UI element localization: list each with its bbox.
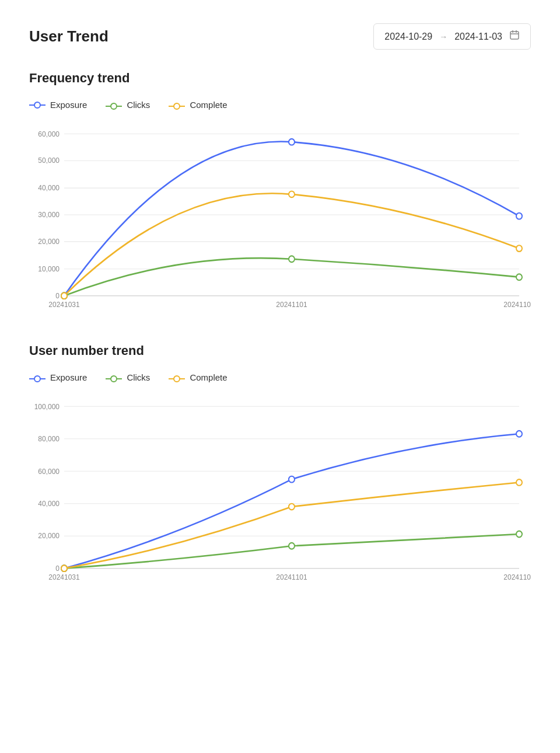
page-title: User Trend	[29, 27, 108, 46]
svg-text:20,000: 20,000	[38, 532, 60, 540]
complete-dot-mid-freq	[289, 191, 295, 197]
frequency-trend-chart: 60,000 50,000 40,000 30,000 20,000 10,00…	[29, 121, 531, 308]
calendar-icon	[509, 30, 520, 43]
user-number-trend-chart: 100,000 80,000 60,000 40,000 20,000 0 20…	[29, 394, 531, 581]
svg-text:20241102: 20241102	[503, 301, 531, 308]
frequency-trend-title: Frequency trend	[29, 71, 531, 86]
svg-text:30,000: 30,000	[38, 211, 60, 219]
user-number-trend-legend: Exposure Clicks Complete	[29, 372, 531, 382]
svg-text:0: 0	[55, 292, 60, 300]
legend-clicks-line-2	[106, 374, 122, 381]
legend-clicks-2: Clicks	[106, 372, 150, 382]
date-end: 2024-11-03	[454, 32, 502, 42]
page-header: User Trend 2024-10-29 → 2024-11-03	[29, 23, 531, 50]
clicks-dot-end-freq	[516, 274, 522, 280]
exposure-line-freq	[64, 142, 519, 296]
legend-clicks: Clicks	[106, 100, 150, 110]
svg-text:20241031: 20241031	[48, 301, 79, 308]
frequency-chart-svg: 60,000 50,000 40,000 30,000 20,000 10,00…	[29, 121, 531, 308]
legend-exposure-2: Exposure	[29, 372, 87, 382]
date-start: 2024-10-29	[384, 32, 432, 42]
legend-clicks-line	[106, 102, 122, 109]
clicks-line-user	[64, 534, 519, 569]
frequency-trend-section: Frequency trend Exposure Clicks Complete	[29, 71, 531, 308]
date-arrow: →	[439, 32, 447, 41]
exposure-dot-mid-user	[289, 476, 295, 483]
legend-complete-2: Complete	[169, 372, 227, 382]
svg-text:40,000: 40,000	[38, 500, 60, 508]
frequency-trend-legend: Exposure Clicks Complete	[29, 100, 531, 110]
legend-exposure-label: Exposure	[50, 100, 87, 110]
complete-dot-end-freq	[516, 245, 522, 252]
legend-clicks-label-2: Clicks	[127, 372, 150, 382]
complete-dot-mid-user	[289, 504, 295, 510]
legend-exposure: Exposure	[29, 100, 87, 110]
legend-exposure-line-2	[29, 374, 46, 381]
legend-complete-label: Complete	[190, 100, 227, 110]
legend-complete-line-2	[169, 374, 185, 381]
clicks-line-freq	[64, 258, 519, 296]
clicks-dot-mid-freq	[289, 256, 295, 262]
legend-complete-line	[169, 102, 185, 109]
complete-line-freq	[64, 193, 519, 295]
exposure-dot-mid-freq	[289, 139, 295, 145]
legend-complete-label-2: Complete	[190, 372, 227, 382]
svg-text:80,000: 80,000	[38, 435, 60, 443]
svg-text:0: 0	[55, 564, 60, 573]
svg-point-9	[174, 103, 180, 109]
user-number-trend-section: User number trend Exposure Clicks Comple…	[29, 343, 531, 581]
svg-text:40,000: 40,000	[38, 184, 60, 192]
user-number-trend-title: User number trend	[29, 343, 531, 358]
legend-complete: Complete	[169, 100, 227, 110]
svg-rect-0	[510, 32, 519, 39]
svg-text:20241101: 20241101	[276, 573, 307, 581]
svg-point-7	[111, 103, 117, 109]
complete-dot-end-user	[516, 479, 522, 486]
svg-point-29	[34, 376, 40, 382]
svg-point-33	[174, 376, 180, 382]
complete-dot-start-freq	[61, 292, 67, 299]
clicks-dot-mid-user	[289, 543, 295, 549]
svg-point-31	[111, 376, 117, 382]
legend-exposure-line	[29, 102, 46, 109]
svg-text:20241102: 20241102	[503, 573, 531, 581]
svg-text:10,000: 10,000	[38, 265, 60, 273]
exposure-dot-end-user	[516, 431, 522, 437]
complete-dot-start-user	[61, 565, 67, 571]
svg-text:50,000: 50,000	[38, 156, 60, 165]
svg-point-5	[34, 102, 40, 108]
legend-clicks-label: Clicks	[127, 100, 150, 110]
date-range-picker[interactable]: 2024-10-29 → 2024-11-03	[373, 23, 531, 50]
svg-text:20241031: 20241031	[48, 573, 79, 581]
user-number-chart-svg: 100,000 80,000 60,000 40,000 20,000 0 20…	[29, 394, 531, 581]
legend-exposure-label-2: Exposure	[50, 372, 87, 382]
exposure-dot-end-freq	[516, 213, 522, 219]
svg-text:100,000: 100,000	[34, 402, 60, 410]
svg-text:60,000: 60,000	[38, 467, 60, 475]
clicks-dot-end-user	[516, 531, 522, 538]
svg-text:60,000: 60,000	[38, 130, 60, 138]
svg-text:20241101: 20241101	[276, 301, 307, 308]
complete-line-user	[64, 482, 519, 568]
svg-text:20,000: 20,000	[38, 238, 60, 246]
